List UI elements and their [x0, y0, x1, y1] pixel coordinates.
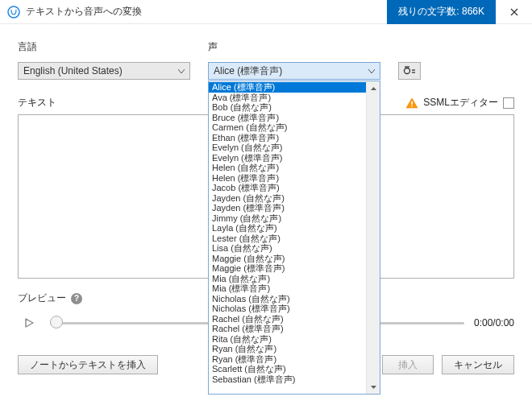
voice-dropdown-items: Alice (標準音声)Ava (標準音声)Bob (自然な声)Bruce (標… [209, 81, 366, 394]
svg-point-0 [8, 6, 19, 18]
close-button[interactable] [496, 0, 532, 24]
preview-label: プレビュー [18, 291, 66, 305]
voice-select[interactable]: Alice (標準音声) [208, 62, 380, 80]
insert-from-note-button[interactable]: ノートからテキストを挿入 [18, 355, 158, 374]
voice-option[interactable]: Rachel (標準音声) [209, 324, 366, 334]
voice-option[interactable]: Alice (標準音声) [209, 82, 366, 93]
preview-time: 0:00/0:00 [474, 317, 514, 329]
close-icon [510, 8, 518, 16]
voice-option[interactable]: Mia (自然な声) [209, 274, 366, 284]
dropdown-scrollbar[interactable] [366, 81, 380, 394]
chevron-down-icon [178, 67, 185, 76]
voice-option[interactable]: Bruce (標準音声) [209, 113, 366, 123]
voice-option[interactable]: Lester (自然な声) [209, 233, 366, 244]
voice-option[interactable]: Maggie (標準音声) [209, 263, 366, 274]
voice-option[interactable]: Evelyn (標準音声) [209, 153, 366, 163]
voice-option[interactable]: Bob (自然な声) [209, 102, 366, 113]
titlebar: テキストから音声への変換 残りの文字数: 866K [0, 0, 532, 24]
insert-button[interactable]: 挿入 [382, 355, 434, 374]
slider-thumb[interactable] [50, 316, 63, 329]
voice-option[interactable]: Helen (自然な声) [209, 163, 366, 173]
app-icon [6, 5, 21, 19]
scroll-down-icon[interactable] [367, 380, 380, 394]
help-icon[interactable]: ? [71, 293, 82, 304]
voice-option[interactable]: Mia (標準音声) [209, 283, 366, 294]
voice-option[interactable]: Rita (自然な声) [209, 334, 366, 345]
voice-option[interactable]: Carmen (自然な声) [209, 122, 366, 133]
voice-option[interactable]: Jimmy (自然な声) [209, 213, 366, 224]
warning-icon [405, 97, 418, 109]
voice-option[interactable]: Evelyn (自然な声) [209, 143, 366, 153]
voice-option[interactable]: Lisa (自然な声) [209, 243, 366, 254]
window-title: テキストから音声への変換 [26, 5, 142, 19]
language-label: 言語 [18, 40, 190, 54]
cancel-button[interactable]: キャンセル [442, 355, 514, 374]
voice-option[interactable]: Jacob (標準音声) [209, 183, 366, 193]
ssml-checkbox[interactable] [503, 97, 514, 109]
voice-dropdown: Alice (標準音声)Ava (標準音声)Bob (自然な声)Bruce (標… [208, 81, 380, 395]
voice-option[interactable]: Ryan (自然な声) [209, 344, 366, 354]
voice-settings-button[interactable] [398, 62, 421, 80]
settings-icon [403, 65, 416, 76]
voice-option[interactable]: Helen (標準音声) [209, 173, 366, 184]
svg-rect-6 [412, 105, 414, 107]
voice-option[interactable]: Ava (標準音声) [209, 93, 366, 103]
remaining-chars: 残りの文字数: 866K [387, 0, 496, 24]
svg-rect-5 [412, 101, 414, 105]
voice-label: 声 [208, 40, 380, 54]
language-select-value: English (United States) [23, 65, 123, 76]
svg-point-1 [405, 68, 410, 74]
play-button[interactable] [18, 312, 40, 334]
chevron-down-icon [368, 67, 375, 76]
voice-option[interactable]: Scarlett (自然な声) [209, 364, 366, 374]
voice-option[interactable]: Jayden (標準音声) [209, 203, 366, 213]
language-select[interactable]: English (United States) [18, 62, 190, 80]
voice-option[interactable]: Ryan (標準音声) [209, 354, 366, 365]
play-icon [23, 317, 35, 329]
voice-option[interactable]: Rachel (自然な声) [209, 314, 366, 324]
ssml-label: SSMLエディター [423, 96, 498, 110]
voice-option[interactable]: Layla (自然な声) [209, 223, 366, 233]
voice-option[interactable]: Jayden (自然な声) [209, 193, 366, 204]
voice-select-value: Alice (標準音声) [214, 64, 282, 78]
voice-option[interactable]: Sebastian (標準音声) [209, 374, 366, 385]
scroll-up-icon[interactable] [367, 81, 380, 95]
voice-option[interactable]: Ethan (標準音声) [209, 133, 366, 143]
text-label: テキスト [18, 96, 56, 110]
voice-option[interactable]: Nicholas (標準音声) [209, 304, 366, 314]
voice-option[interactable]: Nicholas (自然な声) [209, 294, 366, 304]
voice-option[interactable]: Maggie (自然な声) [209, 254, 366, 264]
